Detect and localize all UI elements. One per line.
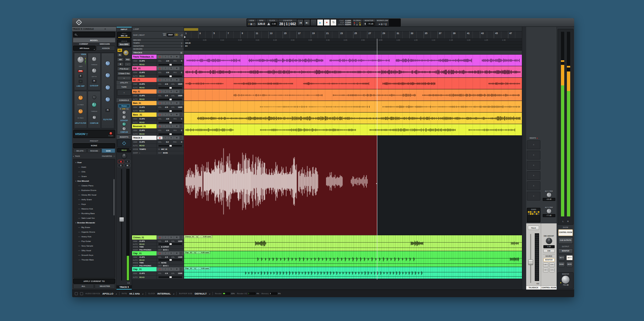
track-row-value[interactable]: TIME bbox=[139, 246, 144, 248]
track-row-value[interactable]: TIME bbox=[139, 262, 144, 264]
input-gain-knob[interactable] bbox=[123, 50, 128, 55]
pan-slider[interactable] bbox=[159, 259, 182, 261]
gate-depth-knob[interactable] bbox=[92, 68, 97, 73]
track-lane[interactable] bbox=[184, 124, 522, 135]
global-record-indicator[interactable] bbox=[354, 22, 355, 23]
preset-item[interactable]: OHs bbox=[73, 169, 115, 174]
speaker-icon[interactable] bbox=[363, 23, 366, 25]
track-row-value[interactable]: CLIPS bbox=[139, 240, 145, 242]
track-row-value[interactable]: READ bbox=[139, 133, 145, 135]
workflow-mix-icon[interactable]: ◍ bbox=[381, 23, 383, 25]
vol-value[interactable]: -2.6 bbox=[165, 106, 168, 108]
solo-button[interactable]: S bbox=[168, 236, 174, 239]
record-button[interactable]: ● bbox=[324, 19, 330, 26]
pan-value[interactable]: C bbox=[181, 60, 182, 62]
min-sec-row-label[interactable]: MIN:SEC bbox=[132, 39, 184, 41]
vol-value[interactable]: -2.6 bbox=[165, 240, 168, 242]
strip-track-name[interactable]: TRACK 5 bbox=[116, 285, 132, 290]
preset-item[interactable]: Thunder Bass bbox=[73, 257, 115, 262]
track-row-value[interactable]: - bbox=[139, 152, 140, 154]
track-name[interactable]: Bouzouki_01 bbox=[132, 124, 157, 128]
mono-button[interactable]: MONO bbox=[558, 262, 565, 267]
mic-button[interactable]: MIC bbox=[117, 48, 122, 52]
go-to-start-button[interactable]: |◀ bbox=[297, 19, 303, 26]
vol-value[interactable]: -2.6 bbox=[166, 60, 169, 62]
track-name[interactable]: Bass _01 bbox=[132, 113, 157, 117]
eq-lmf-knob[interactable] bbox=[105, 85, 110, 90]
mute-button[interactable]: M bbox=[174, 125, 179, 128]
tempo-lane[interactable]: 120.00 bbox=[184, 42, 522, 44]
cue3-button[interactable]: CUE 3 bbox=[543, 268, 548, 272]
show-control-room-button[interactable]: CONTROL ROOM bbox=[558, 229, 573, 236]
tape-add-slot[interactable]: + bbox=[117, 90, 131, 96]
vol-value[interactable]: -2.6 bbox=[166, 71, 169, 73]
eq-in-button[interactable]: IN bbox=[106, 109, 110, 112]
track-row-value[interactable]: POLYPHONIC bbox=[139, 265, 151, 267]
timeline-empty-area[interactable] bbox=[132, 279, 522, 289]
track-row-value[interactable]: CLIPS bbox=[139, 256, 145, 258]
solo-button[interactable]: S bbox=[168, 78, 174, 81]
alt2-button[interactable]: ALT 2 bbox=[566, 255, 573, 260]
playhead[interactable] bbox=[377, 39, 377, 280]
length-value[interactable]: 0|0|000 bbox=[345, 23, 351, 25]
in-value[interactable]: NONE bbox=[161, 262, 166, 264]
alt1-trim-value[interactable]: -3.8 dB bbox=[543, 198, 555, 201]
talk-button[interactable]: TALK bbox=[528, 226, 539, 230]
pan-slider[interactable] bbox=[159, 133, 182, 135]
pan-slider[interactable] bbox=[159, 145, 182, 147]
input-section-header[interactable]: INPUT bbox=[116, 27, 132, 31]
vision-channel-button[interactable]: Vision bbox=[118, 104, 130, 108]
dim-amount-knob[interactable] bbox=[546, 238, 552, 244]
pan-slider[interactable] bbox=[159, 110, 182, 112]
pan-value[interactable]: C bbox=[181, 118, 182, 120]
input-monitor-button[interactable]: I bbox=[163, 236, 168, 239]
input-monitor-button[interactable]: I bbox=[124, 160, 130, 163]
record-arm-button[interactable] bbox=[157, 236, 162, 239]
master-insert-slot[interactable]: + bbox=[527, 181, 540, 190]
layout-icon-2[interactable] bbox=[80, 292, 83, 295]
preset-item[interactable]: Glossy BG Vocal bbox=[73, 193, 115, 197]
buffer-value[interactable]: DEFAULT bbox=[195, 292, 207, 295]
mute-button[interactable]: M bbox=[124, 164, 130, 167]
input-monitor-button[interactable]: I bbox=[163, 55, 168, 58]
track-row-value[interactable]: READ bbox=[139, 145, 145, 147]
track-list-icon[interactable]: ▥ bbox=[180, 51, 182, 54]
solo-button[interactable]: S bbox=[168, 90, 174, 93]
signature-row-label[interactable]: SIGNATURE❯ bbox=[132, 45, 184, 47]
solo-button[interactable]: S bbox=[118, 164, 124, 167]
track-lane[interactable] bbox=[184, 89, 522, 101]
comp-ratio-knob[interactable] bbox=[92, 95, 96, 99]
model-sidechain-tab[interactable]: SIDECHAIN bbox=[94, 43, 115, 45]
solo-button[interactable]: S bbox=[168, 55, 174, 58]
preset-list[interactable]: ▾UserKick1OHsSnare▾Ann MincieliClassic P… bbox=[73, 159, 115, 278]
cue1-button[interactable]: CUE 1 bbox=[543, 263, 548, 267]
track-name[interactable]: Clap _01 bbox=[132, 267, 157, 271]
mini-comp-thresh-knob[interactable] bbox=[122, 122, 126, 126]
clip-header[interactable]: Chimes_01Q↕0.00 semi bbox=[184, 235, 212, 238]
record-fx-slot-2[interactable]: C-Suite C-Vox bbox=[117, 71, 131, 75]
pan-value[interactable]: 100R bbox=[178, 272, 182, 274]
comp-thresh-knob[interactable] bbox=[92, 102, 97, 107]
clip-header[interactable]: Clap _01Q↕0.00 semi bbox=[184, 267, 210, 270]
track-row-value[interactable]: CLIPS bbox=[139, 71, 145, 73]
track-row-value[interactable]: READ bbox=[139, 121, 145, 123]
track-row-value[interactable]: READ bbox=[139, 98, 145, 100]
layout-icon-1[interactable] bbox=[75, 292, 78, 295]
unison-box[interactable]: UNISON Neve 88RS bbox=[117, 39, 131, 47]
pan-slider[interactable] bbox=[159, 75, 182, 77]
eq-hf-knob[interactable] bbox=[105, 61, 110, 66]
talkback-fader-handle[interactable] bbox=[528, 259, 533, 265]
preset-item[interactable]: Rumbling Bass bbox=[73, 211, 115, 216]
global-solo[interactable]: S bbox=[354, 24, 355, 25]
track-name[interactable]: Bam_01 bbox=[132, 101, 157, 105]
track-lane[interactable]: ◂▸ bbox=[184, 136, 522, 235]
track-lane[interactable] bbox=[184, 55, 522, 66]
pan-slider[interactable] bbox=[159, 122, 182, 123]
gate-thresh-knob[interactable] bbox=[92, 57, 97, 62]
solo-button[interactable]: S bbox=[168, 136, 174, 139]
preset-group[interactable]: ▾Brendan Morawski bbox=[73, 220, 115, 225]
track-lane[interactable]: Chimes_01Q↕0.00 semi bbox=[184, 235, 522, 251]
track-lane[interactable] bbox=[184, 66, 522, 77]
record-arm-button[interactable] bbox=[157, 90, 162, 93]
input-monitor-button[interactable]: I bbox=[163, 113, 168, 116]
